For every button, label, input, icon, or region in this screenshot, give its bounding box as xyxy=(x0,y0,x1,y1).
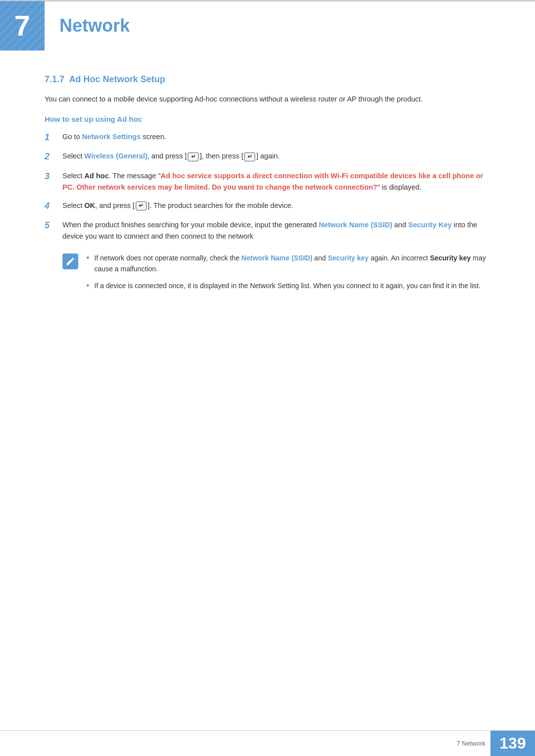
step-5: 5 When the product finishes searching fo… xyxy=(45,219,490,242)
step-4-number: 4 xyxy=(45,200,58,212)
wireless-general-label: Wireless (General) xyxy=(84,152,147,160)
pencil-note-icon xyxy=(65,256,75,266)
note-icon xyxy=(62,253,78,269)
security-key-note-2: Security key xyxy=(430,254,471,262)
step-4-text: Select OK, and press [↵]. The product se… xyxy=(62,200,490,211)
network-settings-link: Network Settings xyxy=(82,133,141,141)
bullet-dot-1: • xyxy=(86,252,89,264)
intro-paragraph: You can connect to a mobile device suppo… xyxy=(45,94,490,105)
network-name-ssid-label: Network Name (SSID) xyxy=(319,221,392,229)
step-3-number: 3 xyxy=(45,170,58,183)
note-2-text: If a device is connected once, it is dis… xyxy=(94,280,481,291)
security-key-note-1: Security key xyxy=(328,254,369,262)
note-block: • If network does not operate normally, … xyxy=(62,252,490,298)
step-4: 4 Select OK, and press [↵]. The product … xyxy=(45,200,490,212)
note-bullets-list: • If network does not operate normally, … xyxy=(86,252,490,298)
steps-list: 1 Go to Network Settings screen. 2 Selec… xyxy=(45,131,490,242)
step-2-number: 2 xyxy=(45,151,58,163)
step-5-text: When the product finishes searching for … xyxy=(62,219,490,242)
step-2: 2 Select Wireless (General), and press [… xyxy=(45,151,490,163)
section-id: 7.1.7 xyxy=(45,74,69,84)
section-title: Ad Hoc Network Setup xyxy=(69,74,165,84)
step-3-text: Select Ad hoc. The message "Ad hoc servi… xyxy=(62,170,490,193)
step-5-number: 5 xyxy=(45,219,58,232)
enter-key-icon-3: ↵ xyxy=(136,202,147,210)
step-1-text: Go to Network Settings screen. xyxy=(62,131,490,143)
section-heading: 7.1.7 Ad Hoc Network Setup xyxy=(45,74,490,85)
subsection-heading: How to set up using Ad hoc xyxy=(45,115,490,123)
step-2-text: Select Wireless (General), and press [↵]… xyxy=(62,151,490,162)
footer-label: 7 Network xyxy=(456,740,485,747)
enter-key-icon-2: ↵ xyxy=(244,152,255,161)
note-bullet-1: • If network does not operate normally, … xyxy=(86,252,490,275)
security-key-label-step5: Security Key xyxy=(408,221,452,229)
bullet-dot-2: • xyxy=(86,280,89,292)
step-3: 3 Select Ad hoc. The message "Ad hoc ser… xyxy=(45,170,490,193)
chapter-title: Network xyxy=(59,15,130,36)
enter-key-icon-1: ↵ xyxy=(188,152,199,161)
chapter-number-box: 7 xyxy=(0,1,45,50)
adhoc-warning-message: Ad hoc service supports a direct connect… xyxy=(62,172,483,191)
step-1: 1 Go to Network Settings screen. xyxy=(45,131,490,144)
note-bullet-2: • If a device is connected once, it is d… xyxy=(86,280,490,292)
page-number-box: 139 xyxy=(490,731,535,756)
chapter-number: 7 xyxy=(14,11,30,40)
note-1-text: If network does not operate normally, ch… xyxy=(94,252,490,275)
ad-hoc-label: Ad hoc xyxy=(84,172,108,180)
network-name-ssid-note: Network Name (SSID) xyxy=(241,254,312,262)
page-footer: 7 Network 139 xyxy=(0,730,535,756)
step-1-number: 1 xyxy=(45,131,58,144)
ok-label: OK xyxy=(84,202,95,209)
main-content: 7.1.7 Ad Hoc Network Setup You can conne… xyxy=(0,59,535,338)
chapter-header: 7 Network xyxy=(0,0,535,50)
page-number: 139 xyxy=(499,734,526,753)
